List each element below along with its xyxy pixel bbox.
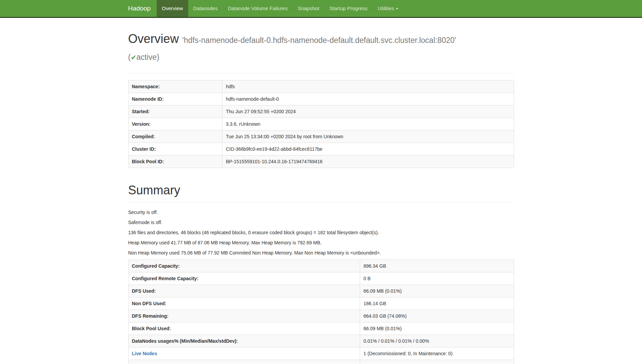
status-text: active [136, 53, 157, 62]
row-label: Configured Capacity: [128, 260, 360, 272]
navbar: Hadoop Overview Datanodes Datanode Volum… [0, 0, 642, 18]
row-label: Block Pool Used: [128, 322, 360, 335]
table-row: Configured Capacity: 896.34 GB [128, 260, 514, 272]
row-label: Compiled: [128, 130, 222, 143]
table-row: Block Pool ID: BP-1515559101-10.244.0.16… [128, 155, 514, 168]
table-row: DFS Remaining: 664.03 GB (74.08%) [128, 310, 514, 322]
nav-label: Utilities [378, 5, 394, 11]
row-value: 66.09 MB (0.01%) [360, 285, 514, 297]
row-label: Live Nodes [128, 347, 360, 360]
overview-header: Overview 'hdfs-namenode-default-0.hdfs-n… [128, 30, 514, 73]
table-row: Non DFS Used: 186.14 GB [128, 297, 514, 310]
table-row: Dead Nodes 0 (Decommissioned: 0, In Main… [128, 360, 514, 364]
row-value: 664.03 GB (74.08%) [360, 310, 514, 322]
table-row: Compiled: Tue Jun 25 13:34:00 +0200 2024… [128, 130, 514, 143]
row-label: DFS Remaining: [128, 310, 360, 322]
row-value: 66.09 MB (0.01%) [360, 322, 514, 335]
nav-label: Datanodes [193, 5, 218, 11]
live-nodes-link[interactable]: Live Nodes [132, 351, 157, 356]
nav-item-overview: Overview [157, 0, 188, 17]
row-value: 896.34 GB [360, 260, 514, 272]
row-value: 3.3.6, rUnknown [222, 118, 514, 130]
row-label: Version: [128, 118, 222, 130]
nav-label: Snapshot [298, 5, 319, 11]
row-value: hdfs [222, 80, 514, 93]
table-row: DataNodes usages% (Min/Median/Max/stdDev… [128, 335, 514, 347]
page-title: Overview 'hdfs-namenode-default-0.hdfs-n… [128, 30, 514, 63]
table-row: Namenode ID: hdfs-namenode-default-0 [128, 93, 514, 105]
table-row: Block Pool Used: 66.09 MB (0.01%) [128, 322, 514, 335]
row-value: 0 B [360, 272, 514, 285]
row-value: hdfs-namenode-default-0 [222, 93, 514, 105]
row-label: Block Pool ID: [128, 155, 222, 168]
nav-label: Startup Progress [329, 5, 368, 11]
nav-item-snapshot: Snapshot [293, 0, 324, 17]
row-label: Started: [128, 105, 222, 118]
table-row: Configured Remote Capacity: 0 B [128, 272, 514, 285]
row-label: DataNodes usages% (Min/Median/Max/stdDev… [128, 335, 360, 347]
heap-memory: Heap Memory used 41.77 MB of 87.06 MB He… [128, 239, 514, 246]
row-label: DFS Used: [128, 285, 360, 297]
summary-title: Summary [128, 181, 514, 199]
table-row: Cluster ID: CID-368b9fc0-ee19-4d22-abbd-… [128, 143, 514, 155]
nav-label: Datanode Volume Failures [228, 5, 288, 11]
row-value: BP-1515559101-10.244.0.16-1719474769416 [222, 155, 514, 168]
overview-info-table: Namespace: hdfs Namenode ID: hdfs-nameno… [128, 80, 514, 168]
security-status: Security is off. [128, 209, 514, 216]
summary-text: Security is off. Safemode is off. 136 fi… [128, 209, 514, 256]
table-row: DFS Used: 66.09 MB (0.01%) [128, 285, 514, 297]
row-value: Thu Jun 27 09:52:55 +0200 2024 [222, 105, 514, 118]
safemode-status: Safemode is off. [128, 219, 514, 226]
chevron-down-icon [396, 8, 398, 9]
row-label: Non DFS Used: [128, 297, 360, 310]
table-row: Live Nodes 1 (Decommissioned: 0, In Main… [128, 347, 514, 360]
namenode-status: (✔active) [128, 52, 514, 63]
summary-table: Configured Capacity: 896.34 GB Configure… [128, 260, 514, 364]
row-value: CID-368b9fc0-ee19-4d22-abbd-84fcec8117be [222, 143, 514, 155]
summary-header: Summary [128, 181, 514, 202]
nav-label: Overview [162, 5, 183, 11]
main-content: Overview 'hdfs-namenode-default-0.hdfs-n… [123, 30, 519, 364]
row-label: Cluster ID: [128, 143, 222, 155]
check-icon: ✔ [131, 54, 136, 61]
row-value: 1 (Decommissioned: 0, In Maintenance: 0) [360, 347, 514, 360]
nav-item-datanode-volume-failures: Datanode Volume Failures [223, 0, 293, 17]
row-value: 0 (Decommissioned: 0, In Maintenance: 0) [360, 360, 514, 364]
row-label: Dead Nodes [128, 360, 360, 364]
row-value: 186.14 GB [360, 297, 514, 310]
nav-item-utilities-dropdown: Utilities [373, 0, 403, 17]
navbar-brand[interactable]: Hadoop [128, 0, 157, 17]
table-row: Version: 3.3.6, rUnknown [128, 118, 514, 130]
namenode-address: 'hdfs-namenode-default-0.hdfs-namenode-d… [182, 36, 456, 45]
nav-item-datanodes: Datanodes [188, 0, 223, 17]
table-row: Namespace: hdfs [128, 80, 514, 93]
nav-item-startup-progress: Startup Progress [324, 0, 373, 17]
row-label: Namespace: [128, 80, 222, 93]
page-title-text: Overview [128, 32, 179, 46]
row-value: 0.01% / 0.01% / 0.01% / 0.00% [360, 335, 514, 347]
non-heap-memory: Non Heap Memory used 75.06 MB of 77.92 M… [128, 249, 514, 256]
row-value: Tue Jun 25 13:34:00 +0200 2024 by root f… [222, 130, 514, 143]
filesystem-objects: 136 files and directories, 46 blocks (46… [128, 229, 514, 236]
table-row: Started: Thu Jun 27 09:52:55 +0200 2024 [128, 105, 514, 118]
row-label: Configured Remote Capacity: [128, 272, 360, 285]
row-label: Namenode ID: [128, 93, 222, 105]
navbar-menu: Overview Datanodes Datanode Volume Failu… [157, 0, 403, 17]
